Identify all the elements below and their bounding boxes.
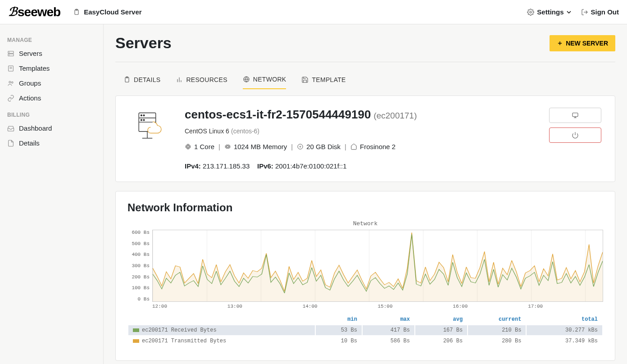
disk-icon [297, 143, 304, 150]
link-icon [7, 95, 14, 102]
tab-resources[interactable]: RESOURCES [176, 70, 227, 89]
chart-plot [152, 230, 603, 302]
file-icon [7, 140, 14, 147]
svg-point-2 [530, 11, 532, 13]
tabs: DETAILS RESOURCES NETWORK TEMPLATE [115, 70, 615, 89]
template-icon [7, 65, 14, 72]
caret-down-icon [567, 10, 571, 14]
server-card: centos-ecs1-it-fr2-1570544449190(ec20017… [115, 96, 615, 182]
svg-point-6 [9, 52, 9, 52]
sidebar-item-actions[interactable]: Actions [5, 91, 99, 105]
svg-rect-5 [8, 54, 14, 56]
svg-point-7 [9, 55, 9, 55]
svg-rect-32 [187, 146, 189, 148]
group-icon [7, 80, 14, 87]
power-button[interactable] [549, 127, 601, 143]
server-illustration [129, 108, 172, 170]
sidebar-item-dashboard[interactable]: Dashboard [5, 121, 99, 136]
product-name: EasyCloud Server [73, 8, 141, 16]
power-icon [572, 132, 579, 139]
chart-x-axis: 12:0013:0014:0015:0016:0017:00 [152, 304, 603, 309]
svg-point-48 [300, 146, 301, 147]
tab-details[interactable]: DETAILS [123, 70, 160, 89]
sidebar-item-details[interactable]: Details [5, 136, 99, 150]
page-title: Servers [115, 34, 172, 52]
clipboard-icon [73, 9, 80, 16]
settings-link[interactable]: Settings [527, 8, 571, 16]
location-icon [350, 143, 357, 150]
svg-point-27 [141, 119, 142, 121]
signout-link[interactable]: Sign Out [581, 8, 619, 16]
svg-point-25 [141, 115, 142, 116]
gear-icon [527, 9, 534, 16]
topbar: ℬseeweb EasyCloud Server Settings Sign O… [0, 0, 627, 24]
svg-point-12 [12, 82, 13, 83]
plus-icon [557, 40, 563, 46]
sidebar-section-billing: BILLING [7, 112, 96, 118]
svg-point-47 [298, 144, 303, 149]
svg-rect-4 [8, 51, 14, 53]
cpu-icon [185, 143, 191, 150]
svg-point-26 [143, 115, 145, 116]
svg-rect-41 [226, 145, 230, 149]
tab-template[interactable]: TEMPLATE [301, 70, 345, 89]
svg-rect-42 [227, 146, 229, 148]
server-ips: IPv4: 213.171.185.33 IPv6: 2001:4b7e:010… [185, 162, 536, 170]
tab-network[interactable]: NETWORK [243, 70, 286, 89]
svg-point-11 [9, 81, 11, 83]
legend-table: minmaxavgcurrenttotal ec200171 Received … [127, 314, 603, 347]
sidebar-item-templates[interactable]: Templates [5, 61, 99, 76]
signout-icon [581, 9, 588, 16]
clipboard-icon [123, 76, 131, 83]
globe-icon [243, 76, 250, 83]
network-title: Network Information [127, 201, 603, 214]
network-card: Network Information Network 600 Bs500 Bs… [115, 191, 615, 361]
server-specs: 1 Core| 1024 MB Memory| 20 GB Disk| Fros… [185, 143, 536, 150]
server-name: centos-ecs1-it-fr2-1570544449190 [185, 108, 371, 121]
sidebar: MANAGE Servers Templates Groups Actions … [0, 24, 104, 364]
server-id: (ec200171) [373, 111, 417, 120]
sidebar-item-groups[interactable]: Groups [5, 76, 99, 91]
svg-rect-49 [572, 113, 578, 117]
bars-icon [176, 76, 183, 83]
monitor-icon [572, 112, 579, 119]
console-button[interactable] [549, 108, 601, 123]
main-content: Servers NEW SERVER DETAILS RESOURCES NET… [104, 24, 627, 364]
inbox-icon [7, 125, 14, 132]
memory-icon [224, 143, 231, 150]
server-icon [7, 50, 14, 57]
logo[interactable]: ℬseeweb [8, 5, 60, 19]
network-chart: Network 600 Bs500 Bs400 Bs300 Bs200 Bs10… [127, 220, 603, 347]
sidebar-section-manage: MANAGE [7, 37, 96, 43]
new-server-button[interactable]: NEW SERVER [550, 35, 615, 51]
server-os: CentOS Linux 6 (centos-6) [185, 127, 536, 135]
svg-point-28 [143, 119, 145, 121]
sidebar-item-servers[interactable]: Servers [5, 46, 99, 61]
chart-y-axis: 600 Bs500 Bs400 Bs300 Bs200 Bs100 Bs0 Bs [127, 230, 152, 302]
save-icon [301, 76, 309, 83]
svg-rect-31 [186, 145, 190, 149]
